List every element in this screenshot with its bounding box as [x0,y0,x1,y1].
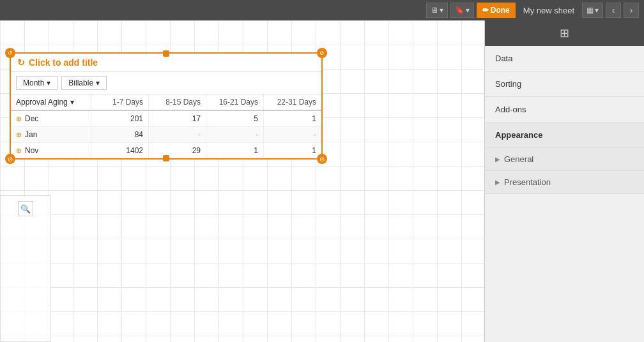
bookmark-icon: 🔖 [455,6,464,15]
pencil-icon: ✏ [482,6,489,15]
row-dim-jan: ⊕ Jan [11,127,91,142]
handle-bottom-right[interactable]: ⊘ [317,154,327,164]
canvas-area: ↺ ⊘ ⊘ ⊘ ↻ Click to add title Month ▾ [0,20,484,342]
month-dimension-btn[interactable]: Month ▾ [16,76,57,90]
cell-nov-0: 1402 [91,143,149,158]
pivot-table: Month ▾ Billable ▾ Approval Aging ▾ 1-7 … [11,72,321,158]
handle-bottom-left[interactable]: ⊘ [5,154,15,164]
filter-btn-label: Billable [68,78,93,87]
monitor-icon: 🖥 [431,6,438,15]
cell-nov-2: 1 [206,143,264,158]
panel-menu-appearance[interactable]: Appearance [485,123,644,148]
cell-dec-2: 5 [206,111,264,126]
cell-dec-3: 1 [264,111,321,126]
general-section-label: General [504,154,533,164]
approval-aging-label: Approval Aging [16,98,68,107]
grid-icon: ▦ [586,6,594,15]
presentation-section-label: Presentation [504,177,551,187]
bookmark-btn[interactable]: 🔖 ▾ [450,3,474,18]
col-header-2: 16-21 Days [206,94,264,110]
right-panel: ⊞ Data Sorting Add-ons Appearance ▶ Gene… [484,20,644,342]
expand-icon-nov[interactable]: ⊕ [16,147,22,155]
cell-jan-0: 84 [91,127,149,142]
chevron-right-icon: ▶ [495,156,500,163]
col-header-3: 22-31 Days [264,94,321,110]
handle-top-mid[interactable] [163,50,169,57]
cell-jan-3: - [264,127,321,142]
approval-dropdown-arrow: ▾ [70,98,74,107]
cell-nov-3: 1 [264,143,321,158]
table-row: ⊕ Dec 201 17 5 1 [11,111,321,127]
main-layout: ↺ ⊘ ⊘ ⊘ ↻ Click to add title Month ▾ [0,20,644,342]
col-header-1: 8-15 Days [149,94,206,110]
grid-view-btn[interactable]: ▦ ▾ [582,3,603,18]
month-dropdown-arrow: ▾ [47,78,50,87]
widget-title-text[interactable]: Click to add title [29,57,98,68]
chevron-left-icon: ‹ [612,5,615,15]
col-header-0: 1-7 Days [91,94,149,110]
grid-dropdown-arrow: ▾ [595,6,599,15]
chevron-right-icon: › [630,5,633,15]
monitor-dropdown-arrow: ▾ [440,6,443,15]
handle-bottom-mid[interactable] [163,155,169,161]
done-button[interactable]: ✏ Done [477,3,516,18]
cell-dec-1: 17 [149,111,206,126]
month-btn-label: Month [23,78,44,87]
prev-btn[interactable]: ‹ [606,3,621,18]
measure-header: Approval Aging ▾ [11,94,91,110]
bookmark-dropdown-arrow: ▾ [466,6,470,15]
table-header: Approval Aging ▾ 1-7 Days 8-15 Days 16-2… [11,94,321,111]
row-label-dec: Dec [25,114,38,123]
expand-icon-dec[interactable]: ⊕ [16,115,22,123]
row-dim-nov: ⊕ Nov [11,143,91,158]
filter-dimension-btn[interactable]: Billable ▾ [61,76,107,90]
sheet-widget: ↺ ⊘ ⊘ ⊘ ↻ Click to add title Month ▾ [10,52,323,160]
row-label-nov: Nov [25,146,38,155]
monitor-btn[interactable]: 🖥 ▾ [426,3,448,18]
presentation-section-toggle[interactable]: ▶ Presentation [485,171,644,193]
panel-menu-data[interactable]: Data [485,46,644,71]
secondary-sheet-widget: 🔍 [0,195,51,342]
panel-table-icon: ⊞ [560,26,569,40]
panel-menu-addons[interactable]: Add-ons [485,97,644,123]
panel-menu-sorting[interactable]: Sorting [485,71,644,97]
title-refresh-icon: ↻ [17,57,25,68]
next-btn[interactable]: › [624,3,639,18]
sheet-name: My new sheet [518,6,579,15]
panel-section-presentation: ▶ Presentation [485,171,644,194]
row-dim-dec: ⊕ Dec [11,111,91,126]
panel-icon-row: ⊞ [485,20,644,46]
cell-nov-1: 29 [149,143,206,158]
handle-top-left[interactable]: ↺ [5,48,15,58]
row-label-jan: Jan [25,130,37,139]
chevron-right-icon-2: ▶ [495,179,500,186]
toolbar: 🖥 ▾ 🔖 ▾ ✏ Done My new sheet ▦ ▾ ‹ › [0,0,644,20]
cell-jan-2: - [206,127,264,142]
dimension-row: Month ▾ Billable ▾ [11,72,321,94]
table-row: ⊕ Jan 84 - - - [11,127,321,143]
cell-dec-0: 201 [91,111,149,126]
handle-top-right[interactable]: ⊘ [317,48,327,58]
search-button[interactable]: 🔍 [18,201,33,216]
cell-jan-1: - [149,127,206,142]
general-section-toggle[interactable]: ▶ General [485,148,644,170]
search-icon: 🔍 [20,204,31,214]
panel-section-general: ▶ General [485,148,644,171]
search-row: 🔍 [1,196,50,221]
filter-dropdown-arrow: ▾ [96,78,100,87]
expand-icon-jan[interactable]: ⊕ [16,131,22,139]
